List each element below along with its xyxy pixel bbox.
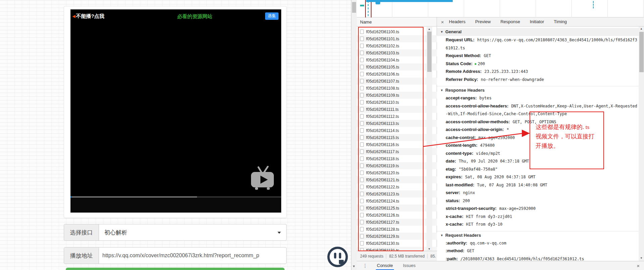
play-url-input[interactable]: [102, 248, 280, 264]
request-row[interactable]: f05d162f361126.ts: [357, 212, 437, 219]
request-row[interactable]: f05d162f361129.ts: [357, 233, 437, 240]
tab-issues[interactable]: Issues: [402, 261, 417, 270]
request-list-scrollbar[interactable]: ▲ ▼: [427, 27, 432, 251]
details-scrollbar[interactable]: ▲ ▼: [639, 27, 644, 261]
file-icon: [360, 149, 364, 154]
episodes-button[interactable]: 选集: [265, 12, 279, 20]
request-row[interactable]: f05d162f361112.ts: [357, 113, 437, 120]
file-icon: [360, 227, 364, 231]
request-row[interactable]: f05d162f361119.ts: [357, 162, 437, 169]
request-row[interactable]: f05d162f361102.ts: [357, 42, 437, 49]
file-icon: [360, 199, 364, 203]
request-name: f05d162f361120.ts: [366, 171, 399, 175]
scroll-down-icon[interactable]: ▼: [428, 248, 431, 251]
play-url-row: 播放地址: [64, 247, 287, 264]
details-scrollbar-thumb[interactable]: [639, 32, 644, 72]
request-row[interactable]: f05d162f361104.ts: [357, 56, 437, 63]
api-select-label: 选择接口: [64, 224, 99, 240]
details-tab[interactable]: Initiator: [529, 17, 545, 27]
file-icon: [360, 135, 364, 140]
api-select[interactable]: 初心解析: [104, 224, 127, 240]
section-header[interactable]: ▼Response Headers: [437, 86, 639, 94]
request-row[interactable]: f05d162f361121.ts: [357, 176, 437, 183]
scroll-up-icon[interactable]: ▲: [428, 28, 431, 31]
tab-console[interactable]: Console: [376, 261, 394, 270]
play-url-label: 播放地址: [64, 248, 99, 264]
request-row[interactable]: f05d162f361130.ts: [357, 240, 437, 247]
scroll-down-icon[interactable]: ▼: [352, 265, 355, 268]
request-name: f05d162f361106.ts: [366, 72, 399, 77]
request-row[interactable]: f05d162f361131.ts: [357, 247, 437, 251]
request-row[interactable]: f05d162f361108.ts: [357, 85, 437, 92]
request-name: f05d162f361109.ts: [366, 93, 399, 98]
request-list: f05d162f361100.ts f05d162f361101.ts f05d…: [357, 27, 437, 251]
section-header[interactable]: ▼Request Headers: [437, 231, 639, 239]
request-name: f05d162f361127.ts: [366, 220, 399, 225]
request-row[interactable]: f05d162f361109.ts: [357, 92, 437, 99]
request-row[interactable]: f05d162f361100.ts: [357, 28, 437, 35]
request-row[interactable]: f05d162f361128.ts: [357, 226, 437, 233]
details-tab[interactable]: Response: [500, 17, 521, 27]
close-details-icon[interactable]: ×: [437, 19, 448, 25]
cant-play-link[interactable]: ◀不能播?点我: [72, 13, 104, 19]
requests-count: 249 requests: [360, 254, 383, 259]
page-scrollbar[interactable]: ▼: [351, 0, 357, 270]
request-row[interactable]: f05d162f361105.ts: [357, 63, 437, 71]
request-row[interactable]: f05d162f361106.ts: [357, 71, 437, 78]
page-scrollbar-thumb[interactable]: [352, 2, 356, 13]
header-line: Status Code:●200: [440, 60, 639, 68]
details-tab[interactable]: Preview: [475, 17, 491, 27]
request-row[interactable]: f05d162f361107.ts: [357, 78, 437, 85]
play-submit-button[interactable]: [66, 268, 285, 270]
disclosure-icon: ▼: [440, 30, 443, 34]
drawer-menu-icon[interactable]: ⋮: [363, 263, 367, 268]
request-row[interactable]: f05d162f361101.ts: [357, 35, 437, 42]
request-row[interactable]: f05d162f361117.ts: [357, 148, 437, 155]
request-name: f05d162f361107.ts: [366, 79, 399, 84]
request-row[interactable]: f05d162f361124.ts: [357, 197, 437, 205]
details-tab[interactable]: Headers: [448, 17, 466, 27]
name-column-header[interactable]: Name: [357, 17, 437, 27]
file-icon: [360, 156, 364, 161]
request-row[interactable]: f05d162f361120.ts: [357, 169, 437, 176]
header-line: :path:/20180807/4363_8ecd4541/1000k/hls/…: [440, 255, 639, 261]
request-row[interactable]: f05d162f361114.ts: [357, 127, 437, 134]
request-row[interactable]: f05d162f361118.ts: [357, 155, 437, 162]
request-row[interactable]: f05d162f361125.ts: [357, 205, 437, 212]
request-name: f05d162f361121.ts: [366, 178, 399, 182]
request-name: f05d162f361126.ts: [366, 213, 399, 218]
request-row[interactable]: f05d162f361122.ts: [357, 183, 437, 190]
request-row[interactable]: f05d162f361113.ts: [357, 120, 437, 127]
request-row[interactable]: f05d162f361111.ts: [357, 106, 437, 113]
domcontentloaded-line: [593, 1, 594, 8]
request-row[interactable]: f05d162f361127.ts: [357, 219, 437, 226]
request-name: f05d162f361123.ts: [366, 192, 399, 196]
request-name: f05d162f361119.ts: [366, 164, 399, 168]
header-line: last-modified:Tue, 07 Aug 2018 14:40:08 …: [440, 181, 639, 189]
request-name: f05d162f361111.ts: [366, 107, 399, 112]
scroll-up-icon[interactable]: ▲: [640, 27, 643, 30]
request-list-scrollbar-thumb[interactable]: [427, 32, 432, 72]
request-row[interactable]: f05d162f361115.ts: [357, 134, 437, 141]
request-row[interactable]: f05d162f361123.ts: [357, 190, 437, 197]
close-drawer-icon[interactable]: ×: [637, 263, 640, 269]
details-tab[interactable]: Timing: [553, 17, 567, 27]
file-icon: [360, 86, 364, 90]
request-name: f05d162f361118.ts: [366, 156, 399, 161]
file-icon: [360, 100, 364, 104]
section-header[interactable]: ▼General: [437, 28, 639, 36]
request-row[interactable]: f05d162f361116.ts: [357, 141, 437, 148]
general-section: ▼General Request URL:https://qq.com-v-qq…: [440, 28, 639, 83]
video-player[interactable]: ◀不能播?点我 必看的资源网站 选集: [70, 9, 281, 213]
file-icon: [360, 72, 364, 76]
plug-mascot-icon[interactable]: [327, 246, 349, 269]
request-name: f05d162f361102.ts: [366, 44, 399, 48]
page: ◀不能播?点我 必看的资源网站 选集: [0, 0, 644, 270]
resource-site-link[interactable]: 必看的资源网站: [177, 13, 212, 20]
request-row[interactable]: f05d162f361103.ts: [357, 49, 437, 56]
request-headers-section: ▼Request Headers :authority:qq.com-v-qq.…: [440, 231, 639, 261]
request-row[interactable]: f05d162f361110.ts: [357, 99, 437, 106]
file-icon: [360, 37, 364, 41]
scroll-down-icon[interactable]: ▼: [640, 257, 643, 260]
request-name: f05d162f361110.ts: [366, 100, 399, 105]
